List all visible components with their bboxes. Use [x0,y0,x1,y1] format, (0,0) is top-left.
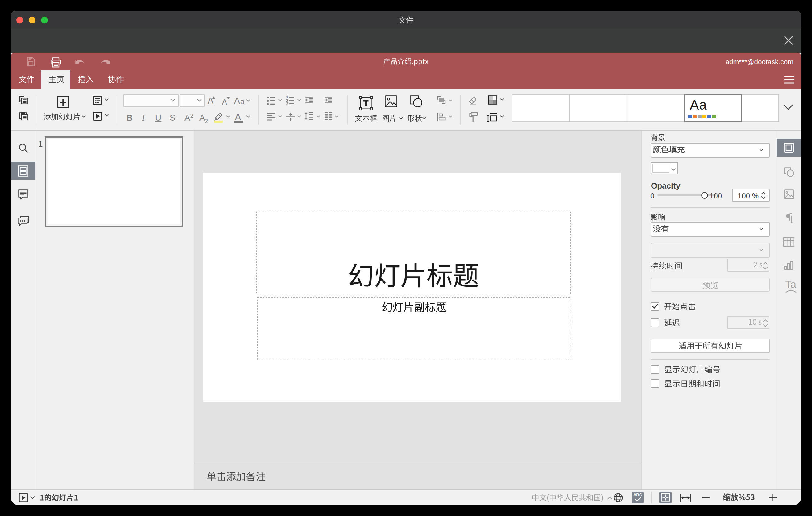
svg-text:3: 3 [286,102,288,105]
